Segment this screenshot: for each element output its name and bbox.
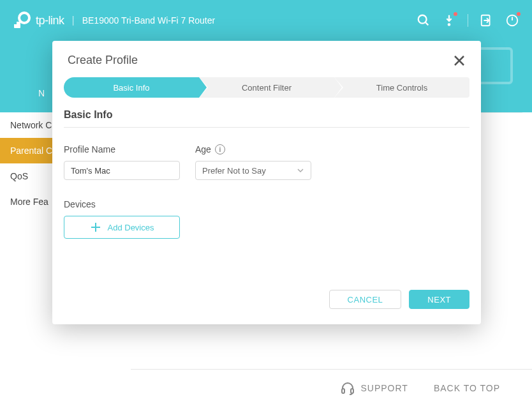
notification-badge-icon [454,12,457,16]
product-name: BE19000 Tri-Band Wi-Fi 7 Router [82,15,216,26]
age-field-group: Age i Prefer Not to Say [195,144,311,180]
search-icon[interactable] [417,13,431,27]
header-divider: | [72,15,75,26]
close-icon[interactable] [453,54,466,67]
profile-name-input[interactable] [64,161,180,180]
add-devices-label: Add Devices [108,223,154,232]
modal-header: Create Profile [52,41,481,77]
devices-label: Devices [64,199,469,209]
modal-footer: CANCEL NEXT [52,239,481,324]
age-label-text: Age [195,144,211,154]
age-select[interactable]: Prefer Not to Say [195,161,311,180]
cancel-button[interactable]: CANCEL [329,290,402,309]
create-profile-modal: Create Profile Basic Info Content Filter… [52,41,481,324]
download-icon[interactable] [442,13,456,27]
add-devices-button[interactable]: Add Devices [64,216,180,239]
header-actions [417,13,519,27]
age-select-value: Prefer Not to Say [202,166,266,176]
form-row: Profile Name Age i Prefer Not to Say [52,128,481,180]
svg-point-0 [19,13,29,23]
nav-peek-label: N [38,88,45,98]
notification-badge-icon [517,12,521,16]
svg-point-5 [448,23,451,26]
devices-section: Devices Add Devices [52,180,481,239]
header-icon-divider [468,14,468,27]
svg-rect-14 [351,389,353,393]
brand-logo: tp-link [13,11,64,29]
back-to-top-link[interactable]: BACK TO TOP [434,383,500,393]
step-time-controls[interactable]: Time Controls [334,77,469,98]
step-content-filter[interactable]: Content Filter [199,77,334,98]
plus-icon [90,222,101,233]
section-heading: Basic Info [52,98,481,127]
modal-title: Create Profile [68,54,138,67]
svg-line-4 [425,22,429,26]
profile-name-field-group: Profile Name [64,144,180,180]
page-footer: SUPPORT BACK TO TOP [131,369,532,406]
chevron-down-icon [297,167,304,174]
logout-icon[interactable] [480,13,494,27]
svg-rect-2 [14,22,17,24]
next-button[interactable]: NEXT [409,290,469,309]
age-label: Age i [195,144,311,154]
profile-name-label: Profile Name [64,144,180,154]
info-icon[interactable]: i [215,144,225,154]
headset-icon [340,380,355,396]
tplink-logo-icon [13,11,32,29]
brand-text: tp-link [36,14,64,27]
wizard-steps: Basic Info Content Filter Time Controls [52,77,481,98]
support-label: SUPPORT [360,383,408,393]
support-link[interactable]: SUPPORT [340,380,408,396]
top-header: tp-link | BE19000 Tri-Band Wi-Fi 7 Route… [0,0,532,41]
svg-rect-13 [342,389,344,393]
reboot-icon[interactable] [505,13,519,27]
step-basic-info[interactable]: Basic Info [64,77,199,98]
svg-point-3 [418,15,427,24]
